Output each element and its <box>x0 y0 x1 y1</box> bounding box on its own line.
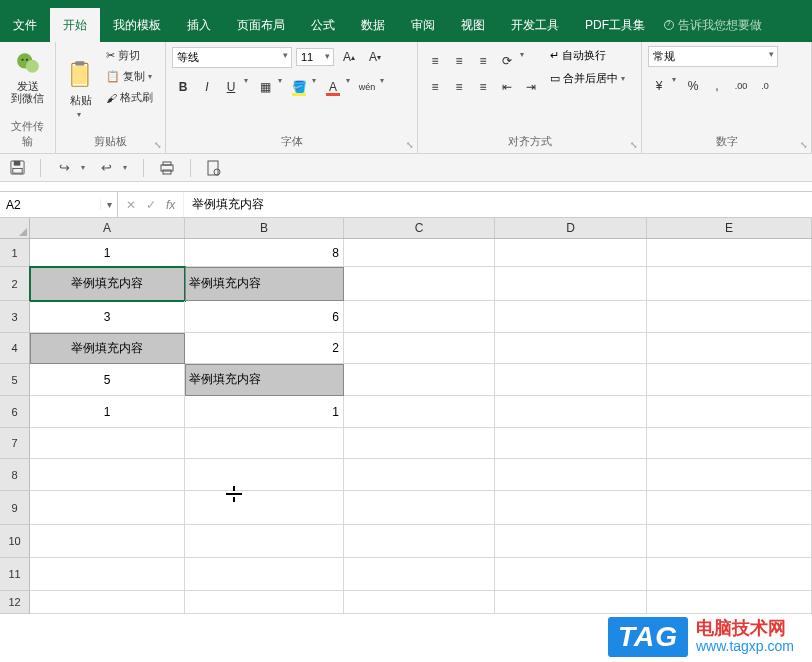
cell-D10[interactable] <box>495 525 647 558</box>
cell-C10[interactable] <box>344 525 495 558</box>
align-top-button[interactable]: ≡ <box>424 50 446 72</box>
percent-button[interactable]: % <box>682 75 704 97</box>
phonetic-button[interactable]: wén <box>356 76 378 98</box>
font-launcher-icon[interactable]: ⤡ <box>406 140 414 150</box>
name-box-input[interactable] <box>0 198 100 212</box>
cell-B10[interactable] <box>185 525 344 558</box>
cell-C4[interactable] <box>344 333 495 364</box>
cell-E4[interactable] <box>647 333 812 364</box>
cell-C12[interactable] <box>344 591 495 614</box>
cell-C2[interactable] <box>344 267 495 301</box>
fill-color-button[interactable]: 🪣 <box>288 76 310 98</box>
cell-B3[interactable]: 6 <box>185 301 344 333</box>
paste-dropdown-icon[interactable]: ▾ <box>77 110 85 119</box>
cell-A1[interactable]: 1 <box>30 239 185 267</box>
align-bottom-button[interactable]: ≡ <box>472 50 494 72</box>
cell-E6[interactable] <box>647 396 812 428</box>
currency-button[interactable]: ¥ <box>648 75 670 97</box>
cell-C8[interactable] <box>344 459 495 491</box>
cell-D12[interactable] <box>495 591 647 614</box>
row-header-3[interactable]: 3 <box>0 301 30 333</box>
cell-E10[interactable] <box>647 525 812 558</box>
tab-dev[interactable]: 开发工具 <box>498 8 572 42</box>
cell-E12[interactable] <box>647 591 812 614</box>
cell-D3[interactable] <box>495 301 647 333</box>
tab-view[interactable]: 视图 <box>448 8 498 42</box>
tab-review[interactable]: 审阅 <box>398 8 448 42</box>
spreadsheet-grid[interactable]: A B C D E 1 1 8 2 举例填充内容 举例填充内容 3 3 6 4 … <box>0 218 812 614</box>
font-name-select[interactable]: 等线 <box>172 47 292 68</box>
indent-inc-button[interactable]: ⇥ <box>520 76 542 98</box>
cell-B7[interactable] <box>185 428 344 459</box>
cell-B1[interactable]: 8 <box>185 239 344 267</box>
cell-E1[interactable] <box>647 239 812 267</box>
merge-center-button[interactable]: ▭合并后居中▾ <box>548 69 631 88</box>
cell-D7[interactable] <box>495 428 647 459</box>
tab-templates[interactable]: 我的模板 <box>100 8 174 42</box>
increase-decimal-button[interactable]: .00 <box>730 75 752 97</box>
copy-button[interactable]: 📋复制▾ <box>104 67 158 86</box>
cell-C11[interactable] <box>344 558 495 591</box>
col-header-B[interactable]: B <box>185 218 344 238</box>
cell-B2[interactable]: 举例填充内容 <box>185 267 344 301</box>
row-header-1[interactable]: 1 <box>0 239 30 267</box>
cell-D11[interactable] <box>495 558 647 591</box>
tab-home[interactable]: 开始 <box>50 8 100 42</box>
accept-formula-icon[interactable]: ✓ <box>146 198 156 212</box>
number-format-select[interactable]: 常规 <box>648 46 778 67</box>
tab-formulas[interactable]: 公式 <box>298 8 348 42</box>
cell-A12[interactable] <box>30 591 185 614</box>
col-header-D[interactable]: D <box>495 218 647 238</box>
italic-button[interactable]: I <box>196 76 218 98</box>
row-header-12[interactable]: 12 <box>0 591 30 614</box>
format-painter-button[interactable]: 🖌格式刷 <box>104 88 158 107</box>
cell-A7[interactable] <box>30 428 185 459</box>
tell-me[interactable]: 告诉我您想要做 <box>664 8 762 42</box>
cell-A9[interactable] <box>30 491 185 525</box>
wrap-text-button[interactable]: ↵自动换行 <box>548 46 631 65</box>
row-header-8[interactable]: 8 <box>0 459 30 491</box>
cell-E9[interactable] <box>647 491 812 525</box>
cell-E8[interactable] <box>647 459 812 491</box>
cell-C7[interactable] <box>344 428 495 459</box>
cell-B8[interactable] <box>185 459 344 491</box>
cell-C3[interactable] <box>344 301 495 333</box>
cell-A3[interactable]: 3 <box>30 301 185 333</box>
number-launcher-icon[interactable]: ⤡ <box>800 140 808 150</box>
align-right-button[interactable]: ≡ <box>472 76 494 98</box>
cell-B6[interactable]: 1 <box>185 396 344 428</box>
cell-A10[interactable] <box>30 525 185 558</box>
cell-D8[interactable] <box>495 459 647 491</box>
align-center-button[interactable]: ≡ <box>448 76 470 98</box>
tab-insert[interactable]: 插入 <box>174 8 224 42</box>
cut-button[interactable]: ✂剪切 <box>104 46 158 65</box>
cell-A5[interactable]: 5 <box>30 364 185 396</box>
clipboard-launcher-icon[interactable]: ⤡ <box>154 140 162 150</box>
cell-C9[interactable] <box>344 491 495 525</box>
col-header-C[interactable]: C <box>344 218 495 238</box>
cell-A11[interactable] <box>30 558 185 591</box>
row-header-11[interactable]: 11 <box>0 558 30 591</box>
cell-B12[interactable] <box>185 591 344 614</box>
tab-layout[interactable]: 页面布局 <box>224 8 298 42</box>
row-header-6[interactable]: 6 <box>0 396 30 428</box>
cell-A4[interactable]: 举例填充内容 <box>30 333 185 364</box>
row-header-9[interactable]: 9 <box>0 491 30 525</box>
row-header-5[interactable]: 5 <box>0 364 30 396</box>
cell-B4[interactable]: 2 <box>185 333 344 364</box>
tab-file[interactable]: 文件 <box>0 8 50 42</box>
formula-input[interactable]: 举例填充内容 <box>184 192 812 217</box>
cell-B5[interactable]: 举例填充内容 <box>185 364 344 396</box>
col-header-A[interactable]: A <box>30 218 185 238</box>
increase-font-button[interactable]: A▴ <box>338 46 360 68</box>
align-left-button[interactable]: ≡ <box>424 76 446 98</box>
cell-D6[interactable] <box>495 396 647 428</box>
cell-B11[interactable] <box>185 558 344 591</box>
decrease-font-button[interactable]: A▾ <box>364 46 386 68</box>
row-header-10[interactable]: 10 <box>0 525 30 558</box>
cell-E5[interactable] <box>647 364 812 396</box>
cell-E7[interactable] <box>647 428 812 459</box>
save-button[interactable] <box>6 157 28 179</box>
row-header-2[interactable]: 2 <box>0 267 30 301</box>
cell-D9[interactable] <box>495 491 647 525</box>
